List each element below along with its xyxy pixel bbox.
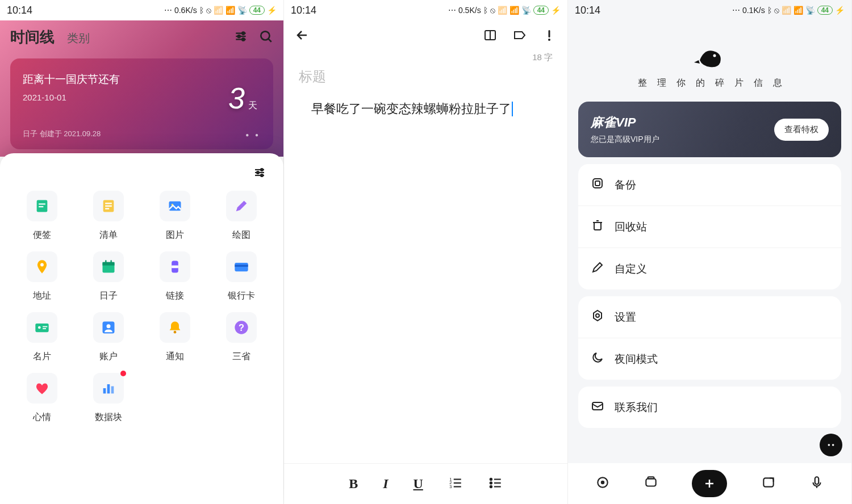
create-item-image[interactable]: 图片 <box>144 191 206 241</box>
row-mail[interactable]: 联系我们 <box>578 387 841 428</box>
unordered-list-button[interactable] <box>488 476 503 493</box>
svg-rect-69 <box>592 402 603 410</box>
dnd-icon: ⦸ <box>206 6 211 15</box>
svg-point-13 <box>261 174 263 177</box>
mail-icon <box>591 399 604 415</box>
svg-rect-63 <box>595 181 600 186</box>
row-settings[interactable]: 设置 <box>578 296 841 338</box>
status-time: 10:14 <box>7 5 32 16</box>
item-label: 图片 <box>166 229 184 241</box>
create-item-draw[interactable]: 绘图 <box>210 191 272 241</box>
svg-rect-27 <box>111 260 112 263</box>
pencil-icon <box>591 261 604 277</box>
status-right: ⋯ 0.6K/s ᛒ ⦸ 📶 📶 📡 44 ⚡ <box>164 6 277 15</box>
filter-icon[interactable] <box>233 29 248 46</box>
card-date: 2021-10-01 <box>23 93 261 102</box>
account-icon <box>93 312 124 343</box>
countdown-card[interactable]: 距离十一国庆节还有 2021-10-01 3 天 日子 创建于 2021.09.… <box>10 58 273 149</box>
nav-note-icon[interactable] <box>761 475 776 492</box>
bold-button[interactable]: B <box>349 476 358 492</box>
nav-target-icon[interactable] <box>595 475 610 492</box>
note-icon <box>27 191 57 221</box>
sheet-filter-icon[interactable] <box>253 166 266 182</box>
heart-icon <box>27 373 57 404</box>
svg-point-5 <box>242 38 244 40</box>
status-right: ⋯ 0.1K/s ᛒ ⦸ 📶 📶 📡 44 ⚡ <box>732 6 845 15</box>
create-item-link[interactable]: 链接 <box>144 251 206 302</box>
item-label: 银行卡 <box>228 290 255 302</box>
status-dots: ⋯ <box>448 6 456 15</box>
row-backup[interactable]: 备份 <box>578 164 841 205</box>
title-input[interactable]: 标题 <box>284 63 567 90</box>
tab-category[interactable]: 类别 <box>67 31 90 46</box>
search-icon[interactable] <box>258 29 273 46</box>
svg-rect-35 <box>43 328 47 329</box>
create-item-calendar[interactable]: 日子 <box>78 251 140 302</box>
row-pencil[interactable]: 自定义 <box>578 247 841 289</box>
create-item-bizcard[interactable]: 名片 <box>11 312 73 363</box>
settings-group-0: 备份回收站自定义 <box>578 164 841 289</box>
svg-point-4 <box>238 35 240 37</box>
svg-rect-29 <box>172 266 178 268</box>
tab-timeline[interactable]: 时间线 <box>10 27 55 47</box>
create-item-question[interactable]: ? 三省 <box>210 312 272 363</box>
tag-icon[interactable] <box>513 28 527 44</box>
body-editor[interactable]: 早餐吃了一碗变态辣螺蛳粉拉肚子了 <box>284 90 567 117</box>
svg-point-3 <box>242 32 244 34</box>
nav-voice-icon[interactable] <box>809 475 824 492</box>
create-item-bell[interactable]: 通知 <box>144 312 206 363</box>
item-label: 通知 <box>166 351 184 363</box>
svg-rect-15 <box>39 203 46 204</box>
wifi-icon: 📡 <box>805 6 815 15</box>
row-moon[interactable]: 夜间模式 <box>578 338 841 380</box>
italic-button[interactable]: I <box>383 476 388 492</box>
net-speed: 0.6K/s <box>174 6 197 15</box>
pin-icon <box>27 251 57 282</box>
vip-button[interactable]: 查看特权 <box>774 119 829 141</box>
create-item-checklist[interactable]: 清单 <box>78 191 140 241</box>
bottom-nav <box>568 463 851 504</box>
create-item-note[interactable]: 便签 <box>11 191 73 241</box>
assistant-fab[interactable] <box>820 434 842 456</box>
svg-rect-16 <box>39 206 44 207</box>
svg-point-61 <box>713 54 716 57</box>
underline-button[interactable]: U <box>414 476 423 492</box>
nav-add-button[interactable] <box>692 470 727 497</box>
item-label: 绘图 <box>232 229 250 241</box>
word-count: 18 字 <box>284 52 567 63</box>
wifi-icon: 📡 <box>521 6 531 15</box>
svg-point-11 <box>261 169 263 171</box>
bluetooth-icon: ᛒ <box>767 6 772 15</box>
bluetooth-icon: ᛒ <box>483 6 488 15</box>
create-item-card[interactable]: 银行卡 <box>210 251 272 302</box>
card-count-unit: 天 <box>248 100 257 112</box>
wifi-icon: 📡 <box>237 6 247 15</box>
net-speed: 0.1K/s <box>742 6 765 15</box>
status-time: 10:14 <box>575 5 600 16</box>
svg-text:3: 3 <box>449 484 452 489</box>
new-badge <box>120 371 126 376</box>
app-slogan: 整理你的碎片信息 <box>568 77 851 102</box>
svg-rect-79 <box>815 477 819 484</box>
create-item-chart[interactable]: 数据块 <box>78 373 140 423</box>
svg-rect-30 <box>235 263 248 271</box>
settings-group-1: 设置夜间模式 <box>578 296 841 380</box>
create-item-pin[interactable]: 地址 <box>11 251 73 302</box>
ordered-list-button[interactable]: 123 <box>448 476 463 493</box>
charging-icon: ⚡ <box>551 6 561 15</box>
item-label: 便签 <box>33 229 51 241</box>
create-item-heart[interactable]: 心情 <box>11 373 73 423</box>
priority-icon[interactable] <box>542 28 556 44</box>
row-label: 自定义 <box>615 262 647 276</box>
vip-card[interactable]: 麻雀VIP 您已是高级VIP用户 查看特权 <box>578 102 841 157</box>
bizcard-icon <box>27 312 57 343</box>
item-label: 数据块 <box>95 411 122 423</box>
svg-point-48 <box>548 39 550 41</box>
split-icon[interactable] <box>483 28 497 44</box>
back-icon[interactable] <box>295 28 309 44</box>
card-icon <box>226 251 257 282</box>
nav-window-icon[interactable] <box>644 475 658 492</box>
svg-text:?: ? <box>239 322 244 333</box>
create-item-account[interactable]: 账户 <box>78 312 140 363</box>
row-trash[interactable]: 回收站 <box>578 205 841 247</box>
